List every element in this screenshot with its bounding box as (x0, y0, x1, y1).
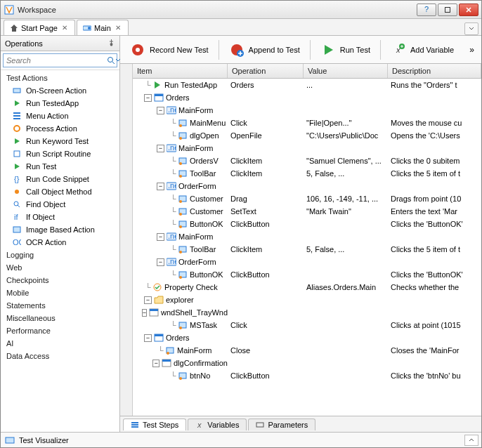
grid-row[interactable]: −wndShell_TrayWnd (133, 306, 481, 319)
category-statements[interactable]: Statements (1, 299, 119, 312)
record-new-test-button[interactable]: Record New Test (124, 39, 214, 60)
operation-icon (12, 111, 22, 121)
grid-row[interactable]: └CustomerSetText"Mark Twain"Enters the t… (133, 205, 481, 218)
operation-item[interactable]: Menu Action (1, 110, 119, 122)
operation-label: Run TestedApp (26, 99, 79, 107)
button-label: Run Test (340, 46, 370, 54)
grid-row[interactable]: └CustomerDrag106, 16, -149, -11, ...Drag… (133, 192, 481, 205)
operation-icon (12, 124, 22, 133)
grid-row[interactable]: └MainFormCloseCloses the 'MainFor (133, 344, 481, 357)
operation-item[interactable]: On-Screen Action (1, 84, 119, 97)
grid-row[interactable]: −.netMainForm (133, 104, 481, 117)
tab-test-steps[interactable]: Test Steps (123, 419, 186, 430)
operation-icon (12, 98, 22, 108)
tab-start-page[interactable]: Start Page ✕ (4, 20, 75, 35)
operation-item[interactable]: Run TestedApp (1, 97, 119, 110)
tree-toggle[interactable]: − (157, 145, 164, 152)
grid-row[interactable]: −dlgConfirmation (133, 357, 481, 369)
tab-main[interactable]: Main ✕ (77, 20, 129, 35)
test-visualizer-panel[interactable]: Test Visualizer (1, 432, 481, 447)
run-test-button[interactable]: Run Test (315, 39, 376, 60)
column-header-value[interactable]: Value (304, 64, 388, 78)
operations-search[interactable] (3, 53, 117, 67)
tree-toggle[interactable]: − (157, 258, 164, 266)
tree-toggle[interactable]: − (152, 360, 159, 367)
grid-row[interactable]: −.netMainForm (133, 230, 481, 243)
category-test-actions[interactable]: Test Actions (1, 72, 119, 84)
grid-row[interactable]: └Property CheckAliases.Orders.MainChecks… (133, 281, 481, 294)
category-miscellaneous[interactable]: Miscellaneous (1, 312, 119, 324)
grid-row[interactable]: −.netOrderForm (133, 256, 481, 268)
row-icon (178, 194, 188, 204)
grid-row[interactable]: └ToolBarClickItem5, False, ...Clicks the… (133, 243, 481, 256)
operation-item[interactable]: {}Run Code Snippet (1, 173, 119, 185)
operation-item[interactable]: ifIf Object (1, 211, 119, 223)
grid-row[interactable]: └ButtonOKClickButtonClicks the 'ButtonOK… (133, 218, 481, 230)
category-web[interactable]: Web (1, 261, 119, 274)
search-input[interactable] (4, 55, 107, 66)
tree-toggle[interactable]: − (157, 107, 164, 114)
test-steps-grid[interactable]: Item Operation Value Description └Run Te… (133, 64, 481, 416)
operation-item[interactable]: Image Based Action (1, 223, 119, 236)
row-item-label: MSTask (190, 321, 217, 329)
operation-item[interactable]: Call Object Method (1, 185, 119, 198)
grid-row[interactable]: └btnNoClickButtonClicks the 'btnNo' bu (133, 369, 481, 382)
column-header-operation[interactable]: Operation (228, 64, 304, 78)
category-checkpoints[interactable]: Checkpoints (1, 274, 119, 286)
tree-toggle[interactable]: − (157, 183, 164, 190)
operation-item[interactable]: Find Object (1, 198, 119, 211)
toolbar-overflow-button[interactable]: » (467, 44, 477, 56)
pin-icon[interactable] (108, 39, 115, 47)
button-label: Add Variable (410, 46, 454, 54)
steps-icon (131, 421, 139, 429)
maximize-button[interactable] (438, 4, 457, 16)
grid-row[interactable]: └MSTaskClickClicks at point (1015 (133, 319, 481, 331)
row-description: Checks whether the (388, 283, 481, 291)
operation-item[interactable]: OCROCR Action (1, 236, 119, 249)
tab-close-button[interactable]: ✕ (60, 24, 69, 32)
tree-line: └ (169, 195, 178, 203)
grid-row[interactable]: └ButtonOKClickButtonClicks the 'ButtonOK… (133, 268, 481, 281)
grid-row[interactable]: −.netOrderForm (133, 180, 481, 192)
operation-item[interactable]: Run Test (1, 160, 119, 173)
category-ai[interactable]: AI (1, 337, 119, 350)
tab-parameters[interactable]: Parameters (248, 419, 315, 430)
column-header-item[interactable]: Item (133, 64, 228, 78)
tree-toggle[interactable]: − (144, 296, 152, 304)
tree-toggle[interactable]: − (144, 334, 152, 342)
tab-close-button[interactable]: ✕ (114, 24, 122, 32)
category-logging[interactable]: Logging (1, 249, 119, 261)
operation-item[interactable]: Run Keyword Test (1, 135, 119, 147)
grid-row[interactable]: −explorer (133, 294, 481, 306)
append-to-test-button[interactable]: Append to Test (223, 39, 306, 60)
add-variable-button[interactable]: x Add Variable (385, 39, 460, 60)
tree-toggle[interactable]: − (142, 309, 147, 317)
row-value: 5, False, ... (304, 169, 388, 178)
tab-overflow-chevron[interactable] (464, 22, 478, 35)
tree-toggle[interactable]: − (144, 94, 152, 102)
close-button[interactable] (459, 4, 478, 16)
operation-item[interactable]: Run Script Routine (1, 147, 119, 160)
grid-row[interactable]: └dlgOpenOpenFile"C:\Users\Public\DocOpen… (133, 129, 481, 142)
grid-row[interactable]: └OrdersVClickItem"Samuel Clemens", ...Cl… (133, 154, 481, 167)
grid-row[interactable]: └Run TestedAppOrders...Runs the "Orders"… (133, 79, 481, 91)
operation-label: Image Based Action (26, 225, 95, 234)
help-button[interactable]: ? (417, 4, 436, 16)
operations-list[interactable]: Test Actions On-Screen ActionRun TestedA… (1, 70, 119, 432)
category-performance[interactable]: Performance (1, 324, 119, 337)
row-icon (154, 333, 164, 343)
tab-variables[interactable]: x Variables (188, 419, 247, 430)
operation-item[interactable]: Process Action (1, 122, 119, 135)
grid-row[interactable]: └MainMenuClick"File|Open..."Moves the mo… (133, 117, 481, 129)
grid-row[interactable]: −.netMainForm (133, 142, 481, 154)
keyword-editor: Record New Test Append to Test Run Test … (120, 36, 481, 432)
visualizer-expand-button[interactable] (464, 435, 478, 446)
category-data-access[interactable]: Data Access (1, 350, 119, 362)
grid-row[interactable]: −Orders (133, 91, 481, 104)
grid-row[interactable]: └ToolBarClickItem5, False, ...Clicks the… (133, 167, 481, 180)
column-header-description[interactable]: Description (388, 64, 481, 78)
grid-row[interactable]: −Orders (133, 331, 481, 344)
search-icon[interactable] (107, 54, 115, 67)
category-mobile[interactable]: Mobile (1, 286, 119, 299)
tree-toggle[interactable]: − (157, 233, 164, 241)
